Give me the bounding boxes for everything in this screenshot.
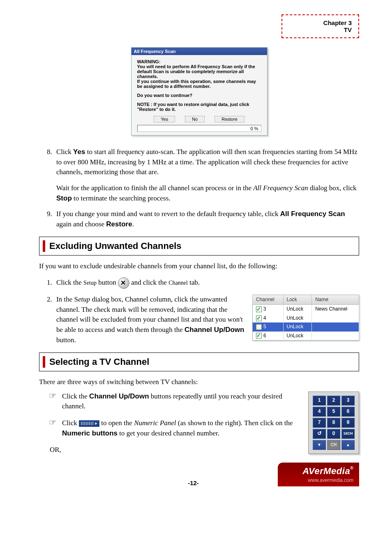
text: to open the — [99, 419, 134, 427]
name-cell — [312, 322, 359, 331]
chapter-box: Chapter 3 TV — [281, 14, 359, 38]
keypad-1[interactable]: 1 — [313, 396, 326, 405]
text: Click — [56, 148, 73, 156]
lock-cell: UnLock — [283, 322, 312, 331]
keypad-ch-up[interactable]: ▲ — [341, 440, 355, 450]
channel-table: Channel Lock Name 3 UnLock News Channel … — [252, 295, 359, 341]
lock-cell: UnLock — [283, 332, 312, 341]
step-9: If you change your mind and want to reve… — [54, 209, 359, 229]
keypad-0[interactable]: 0 — [327, 429, 340, 439]
channel-label: Channel — [168, 280, 188, 286]
page-number: -12- — [109, 479, 278, 486]
channel-num: 4 — [263, 315, 266, 321]
dialog-title: All Frequency Scan — [131, 48, 267, 55]
brand-url: www.avermedia.com — [284, 477, 353, 483]
text: . — [132, 220, 134, 228]
yes-button[interactable]: Yes — [154, 116, 175, 122]
setup-label: Setup — [83, 280, 97, 286]
warning-line-1: You will need to perform All Frequency S… — [137, 64, 255, 79]
section-bar — [43, 240, 45, 252]
progress-value: 0 % — [251, 126, 258, 131]
warning-label: WARNING: — [137, 59, 161, 64]
restore-bold: Restore — [106, 220, 132, 228]
all-frequency-scan-dialog: All Frequency Scan WARNING: You will nee… — [131, 47, 267, 136]
warning-line-2: If you continue with this operation, som… — [137, 79, 256, 89]
keypad-ch-down[interactable]: ▼ — [313, 440, 326, 450]
note-text: NOTE : If you want to restore original d… — [137, 102, 249, 112]
checkbox-unchecked-icon[interactable] — [256, 324, 262, 330]
name-cell — [312, 332, 359, 341]
keypad-loop[interactable]: ↺ — [313, 429, 326, 439]
keypad-6[interactable]: 6 — [341, 407, 355, 417]
registered-icon: ® — [350, 466, 353, 470]
hand-icon: ☞ — [49, 391, 56, 412]
all-frequency-scan-italic: All Frequency Scan — [253, 184, 308, 192]
lock-cell: UnLock — [283, 314, 312, 322]
keypad-16ch[interactable]: 16CH — [341, 429, 355, 439]
keypad-5[interactable]: 5 — [327, 407, 340, 417]
stop-bold: Stop — [56, 194, 72, 202]
text: dialog box, click — [308, 184, 357, 192]
keypad-ch-label: CH — [327, 440, 340, 450]
text: (as shown to the right). Then click on t… — [176, 419, 293, 427]
checkbox-icon[interactable] — [256, 306, 262, 312]
text: If you change your mind and want to reve… — [56, 210, 280, 218]
section-title: Excluding Unwanted Channels — [49, 240, 181, 253]
text: and click the — [129, 279, 168, 286]
step-8: Click Yes to start all frequency auto-sc… — [54, 147, 359, 203]
channel-up-down-bold: Channel Up/Down — [89, 392, 149, 400]
channel-num: 6 — [263, 333, 266, 339]
no-button[interactable]: No — [185, 116, 205, 122]
keypad-3[interactable]: 3 — [341, 396, 355, 405]
exclude-step-2: In the Setup dialog box, Channel column,… — [54, 295, 359, 345]
keypad-7[interactable]: 7 — [313, 418, 326, 428]
keypad-2[interactable]: 2 — [327, 396, 340, 405]
keypad-4[interactable]: 4 — [313, 407, 326, 417]
numeric-buttons-bold: Numeric buttons — [62, 429, 118, 437]
text: Click the — [56, 279, 83, 286]
numeric-panel-button-icon — [79, 420, 99, 427]
table-row[interactable]: 6 UnLock — [253, 332, 359, 341]
bullet-2: ☞ Click to open the Numeric Panel (as sh… — [49, 418, 304, 438]
section-bar — [43, 356, 45, 368]
text: to get your desired channel number. — [118, 429, 219, 437]
col-name[interactable]: Name — [312, 295, 359, 305]
checkbox-icon[interactable] — [256, 333, 262, 339]
lock-cell: UnLock — [283, 305, 312, 314]
table-row-selected[interactable]: 5 UnLock — [253, 322, 359, 331]
section-title: Selecting a TV Channel — [49, 355, 149, 368]
progress-bar: 0 % — [137, 125, 261, 132]
keypad-9[interactable]: 9 — [341, 418, 355, 428]
table-row[interactable]: 3 UnLock News Channel — [253, 305, 359, 314]
chapter-subtitle: TV — [323, 26, 352, 33]
channel-up-down-bold: Channel Up/Down — [184, 326, 244, 334]
restore-button[interactable]: Restore — [214, 116, 244, 122]
text: to start all frequency auto-scan. The ap… — [56, 148, 357, 176]
brand-name: AVerMedia — [302, 466, 350, 476]
keypad-8[interactable]: 8 — [327, 418, 340, 428]
text: Wait for the application to finish the a… — [56, 184, 253, 192]
chapter-title: Chapter 3 — [323, 19, 352, 26]
numeric-panel-italic: Numeric Panel — [134, 419, 176, 427]
text: In the S — [56, 295, 78, 303]
continue-question: Do you want to continue? — [137, 93, 192, 98]
select-intro: There are three ways of switching betwee… — [39, 377, 359, 387]
col-lock[interactable]: Lock — [283, 295, 312, 305]
numeric-panel: 1 2 3 4 5 6 7 8 9 ↺ 0 16CH — [308, 391, 359, 454]
checkbox-icon[interactable] — [256, 315, 262, 321]
yes-bold: Yes — [73, 148, 85, 156]
text: button. — [56, 336, 76, 344]
exclude-intro: If you want to exclude undesirable chann… — [39, 261, 359, 272]
section-selecting-tv-channel: Selecting a TV Channel — [39, 352, 359, 371]
col-channel[interactable]: Channel — [253, 295, 284, 305]
table-row[interactable]: 4 UnLock — [253, 314, 359, 322]
text: Click — [62, 419, 79, 427]
etup-italic: etup — [78, 295, 90, 303]
section-excluding-unwanted: Excluding Unwanted Channels — [39, 237, 359, 256]
name-cell: News Channel — [312, 305, 359, 314]
setup-icon — [118, 277, 129, 289]
exclude-step-1: Click the Setup button and click the Cha… — [54, 277, 359, 289]
text: again and choose — [56, 220, 106, 228]
all-frequency-scan-bold: All Frequency Scan — [280, 210, 345, 218]
name-cell — [312, 314, 359, 322]
